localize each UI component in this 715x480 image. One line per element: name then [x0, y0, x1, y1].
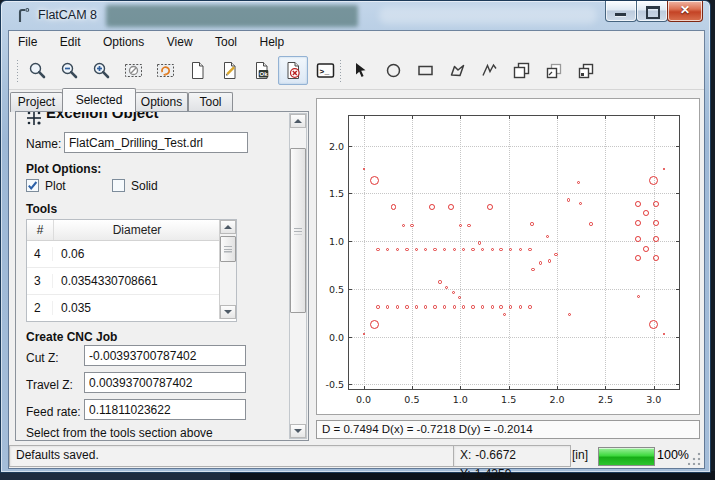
statusbar: Defaults saved. X:-0.6672 Y:1.4359 [in] …	[9, 443, 704, 468]
menu-help[interactable]: Help	[250, 31, 293, 53]
copy-object-button[interactable]	[538, 56, 568, 85]
menu-options[interactable]: Options	[94, 31, 153, 53]
plot-checkbox[interactable]	[26, 179, 39, 192]
drill-hole	[568, 313, 571, 316]
name-input[interactable]	[64, 132, 248, 153]
maximize-button[interactable]	[636, 1, 668, 22]
solid-checkbox-label[interactable]: Solid	[131, 179, 158, 193]
column-header-number: #	[27, 220, 54, 240]
clear-plot-button[interactable]	[118, 56, 148, 85]
drill-hole	[396, 248, 399, 251]
new-file-button[interactable]	[182, 56, 212, 85]
tab-tool[interactable]: Tool	[188, 92, 233, 112]
menu-edit[interactable]: Edit	[51, 31, 90, 53]
screen: FlatCAM 8 ✕ File Edit Options View Tool …	[0, 0, 715, 480]
table-row[interactable]: 4 0.06	[27, 241, 236, 268]
table-row[interactable]: 3 0.0354330708661	[27, 268, 236, 295]
tick-mark	[349, 289, 352, 290]
drill-hole	[487, 204, 493, 210]
scroll-up-button[interactable]	[220, 220, 236, 234]
toolbar: Ok >_	[9, 53, 704, 90]
background-window-ghost	[379, 7, 597, 24]
ok-file-icon: Ok	[252, 61, 271, 80]
menu-view[interactable]: View	[158, 31, 202, 53]
draw-circle-button[interactable]	[378, 56, 408, 85]
arrow-up-icon	[224, 225, 232, 229]
close-button[interactable]: ✕	[667, 1, 703, 22]
drill-hole	[453, 305, 456, 308]
tab-options[interactable]: Options	[135, 92, 188, 112]
scroll-down-button[interactable]	[220, 305, 236, 319]
drill-hole	[577, 181, 580, 184]
y-tick-label: 0.0	[320, 331, 344, 342]
titlebar[interactable]: FlatCAM 8 ✕	[1, 1, 710, 31]
shell-button[interactable]: >_	[310, 56, 340, 85]
toolbar-drag-handle[interactable]	[339, 59, 342, 83]
cnc-section-title: Create CNC Job	[26, 330, 117, 344]
delete-object-button[interactable]	[278, 56, 308, 85]
menu-tool[interactable]: Tool	[206, 31, 246, 53]
tick-mark	[460, 116, 461, 119]
minimize-button[interactable]	[605, 1, 637, 22]
gridline	[349, 193, 679, 194]
copy-button[interactable]	[506, 56, 536, 85]
tick-mark	[349, 384, 352, 385]
copy-icon	[512, 61, 531, 80]
drill-hole	[531, 268, 534, 271]
select-arrow-icon	[352, 61, 371, 80]
draw-polyline-button[interactable]	[474, 56, 504, 85]
draw-rectangle-button[interactable]	[410, 56, 440, 85]
arrow-down-icon	[224, 310, 232, 314]
drill-hole	[467, 224, 470, 227]
scroll-down-button[interactable]	[290, 424, 306, 438]
ok-file-button[interactable]: Ok	[246, 56, 276, 85]
zoom-fit-button[interactable]	[22, 56, 52, 85]
solid-checkbox[interactable]	[112, 179, 125, 192]
resize-grip[interactable]	[688, 452, 701, 465]
travel-z-input[interactable]	[84, 372, 246, 393]
plot-checkbox-label[interactable]: Plot	[45, 179, 66, 193]
cut-z-input[interactable]	[84, 345, 246, 366]
menu-file[interactable]: File	[9, 31, 46, 53]
tick-mark	[509, 116, 510, 119]
drill-hole	[471, 305, 474, 308]
panel-scrollbar[interactable]	[289, 113, 307, 439]
table-row[interactable]: 2 0.035	[27, 295, 236, 322]
gridline	[605, 116, 606, 389]
tick-mark	[676, 289, 679, 290]
scroll-up-button[interactable]	[290, 114, 306, 128]
gridline	[654, 116, 655, 389]
name-label: Name:	[26, 137, 61, 151]
scrollbar-thumb[interactable]	[290, 148, 306, 313]
tab-project[interactable]: Project	[10, 92, 63, 112]
drill-hole	[386, 248, 389, 251]
select-tool-button[interactable]	[346, 56, 376, 85]
drill-hole	[481, 305, 484, 308]
measurement-readout: D = 0.7494 D(x) = -0.7218 D(y) = -0.2014	[316, 420, 700, 439]
drill-hole	[452, 291, 455, 294]
tick-mark	[349, 193, 352, 194]
polygon-icon	[448, 61, 467, 80]
zoom-in-button[interactable]	[86, 56, 116, 85]
progress-fill	[599, 448, 654, 465]
drill-hole	[491, 248, 494, 251]
tick-mark	[605, 116, 606, 119]
table-scrollbar[interactable]	[219, 220, 236, 319]
drill-hole	[424, 248, 427, 251]
plot-axes[interactable]	[348, 115, 680, 390]
toolbar-drag-handle[interactable]	[16, 59, 19, 83]
draw-polygon-button[interactable]	[442, 56, 472, 85]
column-header-diameter: Diameter	[54, 220, 236, 240]
x-coord-label: X:	[460, 448, 471, 462]
feed-rate-input[interactable]	[84, 399, 246, 420]
arrow-up-icon	[294, 119, 302, 123]
copy-geometry-button[interactable]	[570, 56, 600, 85]
thumb-grip	[224, 246, 232, 253]
flatcam-app-icon	[15, 7, 32, 24]
zoom-out-button[interactable]	[54, 56, 84, 85]
replot-button[interactable]	[150, 56, 180, 85]
scrollbar-thumb[interactable]	[220, 236, 236, 262]
edit-file-button[interactable]	[214, 56, 244, 85]
drill-hole	[462, 248, 465, 251]
tab-selected[interactable]: Selected	[62, 88, 136, 112]
